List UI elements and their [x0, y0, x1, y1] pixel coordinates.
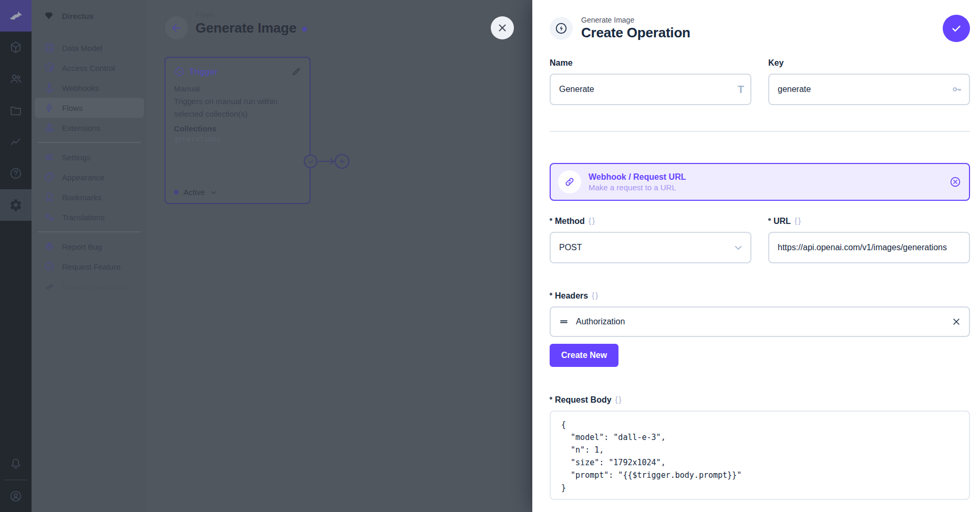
sidebar-item-webhooks[interactable]: Webhooks	[35, 78, 144, 98]
back-button[interactable]	[165, 16, 188, 39]
module-bar	[0, 0, 32, 512]
name-key-row: Name T Key	[550, 58, 970, 105]
module-files-button[interactable]	[0, 95, 32, 126]
add-operation-button[interactable]	[335, 154, 349, 169]
project-header[interactable]: Directus	[32, 0, 147, 32]
create-operation-drawer: Generate Image Create Operation Name T	[532, 0, 980, 512]
sidebar-item-data-model[interactable]: Data Model	[35, 38, 144, 58]
sidebar-item-label: Extensions	[62, 124, 100, 132]
check-icon	[307, 158, 314, 165]
flow-status-toggle[interactable]: Active	[174, 188, 218, 197]
pencil-icon	[291, 67, 301, 77]
settings-gear-icon	[9, 198, 23, 212]
collections-value: generations	[174, 135, 301, 143]
project-name: Directus	[62, 12, 94, 21]
headers-label: Headers {}	[550, 291, 970, 301]
operation-type-card[interactable]: Webhook / Request URL Make a request to …	[550, 163, 970, 201]
sidebar-item-label: Webhooks	[62, 84, 99, 93]
sidebar-item-appearance[interactable]: Appearance	[35, 167, 144, 187]
save-button[interactable]	[943, 15, 970, 42]
sidebar-item-access-control[interactable]: Access Control	[35, 58, 144, 78]
method-field-group: Method {} POST	[550, 217, 751, 263]
sidebar-item-label: Report Bug	[62, 242, 102, 251]
drawer-title: Create Operation	[581, 25, 690, 41]
raw-value-icon[interactable]: {}	[589, 216, 596, 225]
raw-value-icon[interactable]: {}	[615, 395, 623, 404]
operation-type-title: Webhook / Request URL	[589, 172, 686, 182]
raw-value-icon[interactable]: {}	[592, 291, 599, 300]
directus-logo-button[interactable]	[0, 0, 32, 32]
sidebar-item-bookmarks[interactable]: Bookmarks	[35, 187, 144, 207]
drawer-titles: Generate Image Create Operation	[581, 16, 690, 41]
project-diamond-icon	[43, 10, 55, 22]
required-dot	[768, 218, 771, 221]
module-settings-button[interactable]	[0, 189, 32, 221]
url-field-group: URL {}	[768, 217, 970, 263]
operation-type-subtitle: Make a request to a URL	[589, 183, 686, 192]
module-help-button[interactable]	[0, 158, 32, 189]
plus-icon	[338, 158, 346, 165]
remove-header-button[interactable]	[951, 316, 962, 327]
breadcrumb[interactable]: Flows	[195, 11, 215, 19]
sidebar-item-label: Settings	[62, 153, 90, 162]
nav-divider	[38, 142, 141, 143]
sidebar-item-label: Access Control	[62, 64, 115, 73]
sidebar-item-flows[interactable]: Flows	[35, 98, 144, 118]
key-field-group: Key	[768, 58, 970, 105]
sidebar-item-label: Request Feature	[62, 262, 121, 271]
module-nav	[0, 32, 32, 221]
sidebar-item-label: Appearance	[62, 173, 105, 182]
account-button[interactable]	[0, 480, 32, 512]
name-input[interactable]	[550, 74, 751, 105]
nav-divider	[38, 231, 141, 232]
chevron-down-icon	[210, 188, 218, 197]
header-row	[550, 306, 970, 337]
new-releases-icon	[44, 261, 55, 272]
cancel-circle-icon	[949, 176, 962, 188]
trigger-type: Manual	[174, 84, 301, 93]
rabbit-icon	[44, 281, 55, 292]
close-drawer-button[interactable]	[491, 16, 514, 39]
sidebar-item-settings[interactable]: Settings	[35, 147, 144, 167]
resolve-check-node[interactable]	[304, 155, 317, 168]
sidebar-item-extensions[interactable]: Extensions	[35, 118, 144, 138]
account-avatar-icon	[9, 489, 23, 503]
page-title: Generate Image	[195, 20, 307, 36]
translate-icon	[44, 211, 55, 223]
url-label: URL {}	[768, 217, 970, 227]
url-input[interactable]	[768, 232, 970, 263]
method-select[interactable]: POST	[550, 232, 751, 263]
header-key-input[interactable]	[551, 317, 969, 326]
module-users-button[interactable]	[0, 63, 32, 95]
sidebar-item-label: Directus undefined	[62, 282, 128, 291]
request-body-editor[interactable]: { "model": "dall-e-3", "n": 1, "size": "…	[550, 411, 970, 500]
module-insights-button[interactable]	[0, 126, 32, 158]
anchor-icon	[44, 82, 55, 94]
close-icon	[951, 316, 962, 327]
notifications-button[interactable]	[0, 448, 32, 479]
settings-nav-panel: Directus Data Model Access Control Webho…	[32, 0, 147, 512]
raw-value-icon[interactable]: {}	[795, 216, 802, 225]
sidebar-item-request-feature[interactable]: Request Feature	[35, 257, 144, 277]
trigger-card[interactable]: Trigger Manual Triggers on manual run wi…	[164, 57, 311, 204]
key-input[interactable]	[768, 74, 970, 105]
request-body-label: Request Body {}	[550, 395, 970, 405]
module-content-button[interactable]	[0, 32, 32, 63]
required-dot	[550, 397, 552, 400]
database-icon	[44, 42, 55, 54]
tune-icon	[44, 151, 55, 163]
required-dot	[550, 218, 552, 221]
drawer-breadcrumb: Generate Image	[581, 16, 690, 24]
edit-trigger-button[interactable]	[291, 67, 301, 77]
sidebar-item-label: Flows	[62, 104, 82, 112]
trigger-card-header: Trigger	[174, 66, 301, 77]
create-new-button[interactable]: Create New	[550, 344, 618, 367]
link-icon	[558, 170, 581, 193]
sidebar-item-report-bug[interactable]: Report Bug	[35, 237, 144, 257]
bug-icon	[44, 241, 55, 252]
sidebar-item-translations[interactable]: Translations	[35, 207, 144, 227]
drag-handle-icon[interactable]	[558, 316, 570, 327]
deselect-operation-button[interactable]	[949, 176, 962, 188]
shield-lock-icon	[44, 62, 55, 74]
name-field-group: Name T	[550, 58, 751, 105]
